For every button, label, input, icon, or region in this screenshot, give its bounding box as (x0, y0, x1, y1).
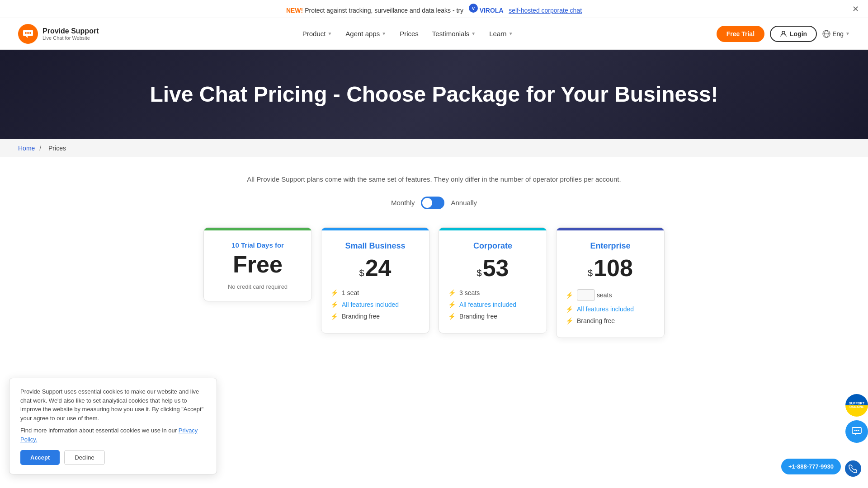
breadcrumb-home[interactable]: Home (18, 145, 35, 152)
svg-point-7 (782, 31, 785, 34)
logo-icon (18, 24, 38, 44)
chevron-down-icon: ▼ (845, 31, 850, 36)
branding-label: Branding free (459, 313, 497, 320)
main-nav: Product ▼ Agent apps ▼ Prices Testimonia… (302, 30, 513, 38)
seats-input-wrapper: seats (577, 289, 612, 301)
branding-label: Branding free (577, 317, 615, 324)
svg-point-3 (25, 32, 27, 34)
seats-input[interactable] (577, 289, 595, 301)
plan-name: Enterprise (566, 241, 655, 251)
logo-text: Provide Support Live Chat for Website (42, 27, 99, 41)
virola-link[interactable]: self-hosted corporate chat (509, 7, 582, 14)
logo[interactable]: Provide Support Live Chat for Website (18, 24, 99, 44)
monthly-label: Monthly (391, 199, 415, 206)
svg-point-5 (29, 32, 31, 34)
breadcrumb-current: Prices (48, 145, 66, 152)
list-item: ⚡ 3 seats (448, 287, 538, 299)
all-features-label: All features included (342, 301, 399, 308)
globe-icon (822, 30, 830, 38)
list-item: ⚡ Branding free (448, 310, 538, 322)
logo-subtitle: Live Chat for Website (42, 35, 99, 41)
feature-icon: ⚡ (448, 289, 456, 296)
all-features-label: All features included (459, 301, 516, 308)
plan-name: Corporate (448, 241, 538, 251)
free-trial-button[interactable]: Free Trial (717, 26, 764, 42)
announcement-text: Protect against tracking, surveillance a… (305, 7, 463, 14)
feature-icon: ⚡ (448, 301, 456, 308)
pricing-section: All Provide Support plans come with the … (0, 157, 868, 365)
billing-toggle-wrapper: Monthly Annually (18, 197, 850, 209)
feature-icon: ⚡ (566, 317, 573, 324)
nav-prices[interactable]: Prices (400, 30, 419, 38)
billing-toggle[interactable] (421, 197, 444, 209)
branding-label: Branding free (342, 313, 380, 320)
login-button[interactable]: Login (770, 26, 817, 42)
card-body: Enterprise $ 108 ⚡ seats ⚡ Al (557, 230, 664, 338)
header-actions: Free Trial Login Eng ▼ (717, 26, 850, 42)
hero-section: Live Chat Pricing - Choose Package for Y… (0, 50, 868, 139)
feature-icon: ⚡ (330, 301, 338, 308)
price-display: $ 53 (448, 256, 538, 280)
announcement-bar: NEW! Protect against tracking, surveilla… (0, 0, 868, 18)
feature-icon: ⚡ (330, 289, 338, 296)
plan-card-corporate: Corporate $ 53 ⚡ 3 seats ⚡ All features … (439, 227, 547, 333)
feature-list: ⚡ seats ⚡ All features included ⚡ Brandi… (566, 287, 655, 327)
nav-learn[interactable]: Learn ▼ (489, 30, 513, 38)
plan-card-free: 10 Trial Days for Free No credit card re… (203, 227, 312, 301)
plan-name: Small Business (330, 241, 420, 251)
feature-icon: ⚡ (330, 313, 338, 320)
list-item: ⚡ Branding free (330, 310, 420, 322)
virola-icon: V (469, 4, 478, 13)
chevron-down-icon: ▼ (382, 31, 386, 36)
plan-card-enterprise: Enterprise $ 108 ⚡ seats ⚡ Al (556, 227, 665, 338)
svg-point-4 (27, 32, 29, 34)
card-body: 10 Trial Days for Free No credit card re… (204, 230, 311, 301)
pricing-cards: 10 Trial Days for Free No credit card re… (18, 227, 850, 338)
trial-label: 10 Trial Days for (213, 241, 302, 249)
card-body: Corporate $ 53 ⚡ 3 seats ⚡ All features … (439, 230, 547, 333)
feature-icon: ⚡ (566, 305, 573, 313)
feature-icon: ⚡ (566, 291, 573, 299)
new-badge: NEW! (286, 7, 303, 14)
nav-product[interactable]: Product ▼ (302, 30, 332, 38)
chat-icon (22, 28, 34, 40)
chevron-down-icon: ▼ (327, 31, 332, 36)
seats-suffix: seats (597, 291, 612, 299)
nav-testimonials[interactable]: Testimonials ▼ (432, 30, 476, 38)
login-icon (780, 30, 787, 38)
feature-icon: ⚡ (448, 313, 456, 320)
chevron-down-icon: ▼ (509, 31, 513, 36)
logo-title: Provide Support (42, 27, 99, 35)
virola-text: VIROLA (480, 7, 504, 14)
list-item: ⚡ All features included (330, 299, 420, 310)
svg-marker-6 (26, 36, 28, 38)
nav-agent-apps[interactable]: Agent apps ▼ (345, 30, 386, 38)
price-amount: 108 (594, 256, 633, 280)
toggle-knob (422, 198, 432, 208)
no-card-label: No credit card required (213, 283, 302, 290)
list-item: ⚡ 1 seat (330, 287, 420, 299)
list-item: ⚡ Branding free (566, 315, 655, 327)
svg-text:V: V (472, 6, 475, 11)
seats-label: 1 seat (342, 289, 359, 296)
list-item: ⚡ seats (566, 287, 655, 303)
header: Provide Support Live Chat for Website Pr… (0, 18, 868, 50)
language-selector[interactable]: Eng ▼ (822, 30, 850, 38)
close-announcement-button[interactable]: ✕ (852, 4, 859, 14)
price-amount: 24 (365, 256, 392, 280)
price-currency: $ (588, 268, 593, 278)
price-currency: $ (359, 268, 364, 278)
feature-list: ⚡ 1 seat ⚡ All features included ⚡ Brand… (330, 287, 420, 322)
price-display: $ 24 (330, 256, 420, 280)
virola-logo: V (469, 4, 478, 13)
list-item: ⚡ All features included (448, 299, 538, 310)
seats-label: 3 seats (459, 289, 480, 296)
price-amount: 53 (483, 256, 509, 280)
price-display: $ 108 (566, 256, 655, 280)
breadcrumb-separator: / (39, 145, 41, 152)
card-body: Small Business $ 24 ⚡ 1 seat ⚡ All featu… (321, 230, 429, 333)
plan-card-small-business: Small Business $ 24 ⚡ 1 seat ⚡ All featu… (321, 227, 429, 333)
list-item: ⚡ All features included (566, 303, 655, 315)
feature-list: ⚡ 3 seats ⚡ All features included ⚡ Bran… (448, 287, 538, 322)
breadcrumb: Home / Prices (0, 139, 868, 157)
